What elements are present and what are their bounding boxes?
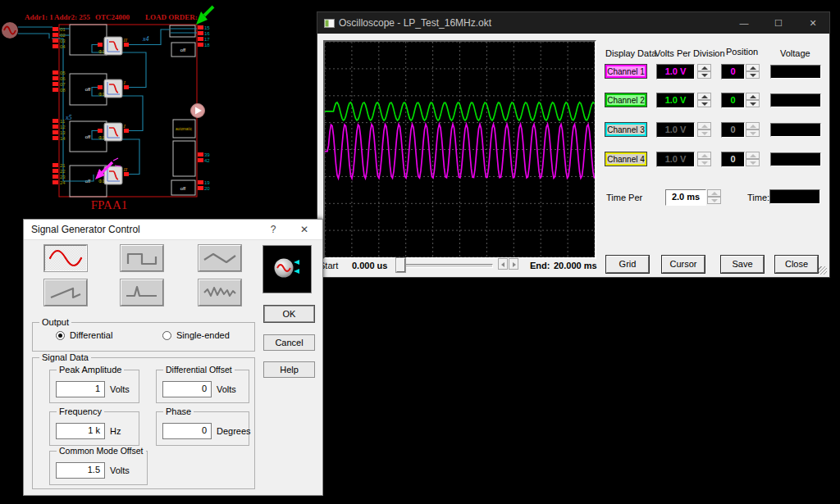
maximize-icon[interactable]: ☐ — [762, 12, 795, 34]
signal-generator-dialog: Signal Generator Control ? ✕ OK Cancel H… — [23, 219, 323, 496]
fpaa-addr2: Addr2: 255 — [54, 13, 90, 21]
waveform-triangle-button[interactable] — [199, 245, 241, 271]
channel-4-voltage-readout — [770, 152, 821, 166]
peak-amplitude-field[interactable]: 1 — [56, 381, 105, 397]
minimize-icon[interactable]: — — [728, 12, 760, 34]
channel-3-button[interactable]: Channel 3 — [605, 123, 646, 136]
svg-text:20: 20 — [204, 186, 210, 191]
svg-text:14: 14 — [60, 136, 66, 141]
fpaa-canvas: Addr1: 1 Addr2: 255 OTC24000 LOAD ORDER:… — [0, 0, 230, 215]
channel-1-position-spinner[interactable] — [746, 64, 760, 79]
svg-text:15: 15 — [204, 25, 210, 30]
help-button[interactable]: Help — [263, 361, 315, 378]
svg-text:23: 23 — [60, 175, 66, 179]
waveform-noise-button[interactable] — [199, 279, 241, 306]
close-icon[interactable]: ✕ — [797, 12, 829, 34]
svg-text:16: 16 — [204, 31, 210, 36]
svg-text:08: 08 — [60, 88, 66, 93]
channel-2-button[interactable]: Channel 2 — [605, 93, 646, 107]
waveform-pulse-button[interactable] — [121, 279, 163, 306]
fpaa-right-off-bottom: off — [180, 186, 186, 191]
col-position: Position — [726, 47, 758, 57]
save-button[interactable]: Save — [721, 256, 764, 273]
channel-1-position-display: 0 — [721, 64, 745, 79]
fpaa-part-number: OTC24000 — [95, 13, 130, 21]
phase-field[interactable]: 0 — [162, 423, 212, 439]
scope-display — [323, 40, 596, 259]
signal-generator-titlebar[interactable]: Signal Generator Control ? ✕ — [24, 220, 322, 240]
single-ended-radio-label[interactable]: Single-ended — [176, 330, 230, 340]
help-icon[interactable]: ? — [260, 220, 286, 239]
oscilloscope-titlebar[interactable]: Oscilloscope - LP_Test_16MHz.okt — ☐ ✕ — [317, 12, 829, 34]
svg-text:24: 24 — [60, 180, 66, 185]
fpaa-filter-blocks[interactable]: Φ1 II Φ1 I Φ1 I Φ1 II — [98, 37, 129, 184]
oscilloscope-window: Oscilloscope - LP_Test_16MHz.okt — ☐ ✕ D… — [317, 11, 830, 278]
svg-text:18: 18 — [204, 43, 210, 48]
svg-text:off: off — [85, 87, 91, 92]
signal-generator-icon[interactable] — [2, 22, 18, 39]
svg-text:01: 01 — [60, 27, 66, 32]
svg-text:II: II — [123, 166, 128, 173]
svg-text:04: 04 — [60, 44, 66, 49]
waveform-sine-button[interactable] — [44, 245, 87, 271]
fpaa-schematic: Addr1: 1 Addr2: 255 OTC24000 LOAD ORDER:… — [0, 0, 230, 215]
svg-text:17: 17 — [204, 37, 210, 42]
start-value: 0.000 us — [352, 261, 387, 270]
oscilloscope-title: Oscilloscope - LP_Test_16MHz.okt — [339, 17, 491, 29]
channel-1-volts-display: 1.0 V — [656, 64, 695, 79]
cancel-button[interactable]: Cancel — [263, 334, 315, 351]
svg-text:42: 42 — [204, 158, 210, 163]
svg-text:13: 13 — [60, 130, 66, 135]
col-volts-per-division: Volts Per Division — [655, 48, 725, 58]
svg-text:II: II — [123, 37, 128, 43]
fpaa-chip-name: FPAA1 — [91, 198, 127, 211]
output-group: Output Differential Single-ended — [32, 322, 255, 352]
channel-1-volts-spinner[interactable] — [697, 64, 711, 79]
svg-text:Φ1: Φ1 — [98, 179, 104, 184]
channel-2-position-spinner[interactable] — [746, 93, 760, 108]
svg-text:off: off — [85, 134, 91, 139]
waveform-ramp-button[interactable] — [44, 279, 87, 306]
time-per-spinner[interactable] — [707, 189, 721, 205]
fpaa-net-x4: x4 — [142, 35, 149, 43]
resize-grip[interactable] — [819, 266, 827, 275]
differential-offset-field[interactable]: 0 — [162, 381, 212, 397]
time-readout — [769, 189, 820, 204]
differential-radio[interactable] — [56, 331, 65, 340]
signal-data-group: Signal Data Peak Amplitude 1 Volts Diffe… — [32, 357, 255, 489]
channel-4-volts-display: 1.0 V — [656, 152, 695, 167]
scroll-left-button[interactable] — [498, 258, 508, 270]
fpaa-load-order: LOAD ORDER: 1 — [145, 13, 203, 21]
time-scrollbar[interactable] — [396, 264, 493, 268]
dialog-title: Signal Generator Control — [31, 224, 140, 235]
output-probe-node-icon[interactable] — [191, 104, 205, 118]
frequency-field[interactable]: 1 k — [56, 423, 105, 439]
channel-4-button[interactable]: Channel 4 — [605, 152, 646, 166]
scroll-right-button[interactable] — [509, 258, 518, 270]
generator-preview — [262, 245, 312, 293]
time-scrollbar-thumb[interactable] — [396, 258, 405, 272]
channel-4-position-spinner[interactable] — [746, 152, 760, 167]
svg-text:06: 06 — [60, 76, 66, 81]
ok-button[interactable]: OK — [263, 305, 315, 323]
channel-2-volts-spinner[interactable] — [697, 93, 711, 108]
channel-1-button[interactable]: Channel 1 — [605, 65, 646, 78]
channel-3-volts-spinner[interactable] — [697, 122, 711, 138]
channel-2-trace — [325, 102, 595, 120]
channel-3-position-spinner[interactable] — [746, 122, 760, 138]
channel-4-volts-spinner[interactable] — [697, 152, 711, 167]
time-per-label: Time Per — [606, 193, 642, 202]
close-button[interactable]: Close — [775, 256, 818, 273]
single-ended-radio[interactable] — [162, 331, 171, 340]
fpaa-right-off-top: off — [180, 48, 186, 52]
fpaa-automatic-label: automatic — [176, 127, 193, 131]
common-mode-offset-field[interactable]: 1.5 — [56, 462, 105, 479]
grid-button[interactable]: Grid — [606, 256, 649, 273]
signal-data-group-label: Signal Data — [39, 352, 91, 362]
waveform-square-button[interactable] — [121, 245, 163, 271]
close-icon[interactable]: ✕ — [291, 220, 317, 239]
svg-text:21: 21 — [60, 163, 66, 168]
svg-text:Φ1: Φ1 — [98, 92, 104, 97]
differential-radio-label[interactable]: Differential — [70, 330, 112, 340]
cursor-button[interactable]: Cursor — [662, 256, 705, 273]
